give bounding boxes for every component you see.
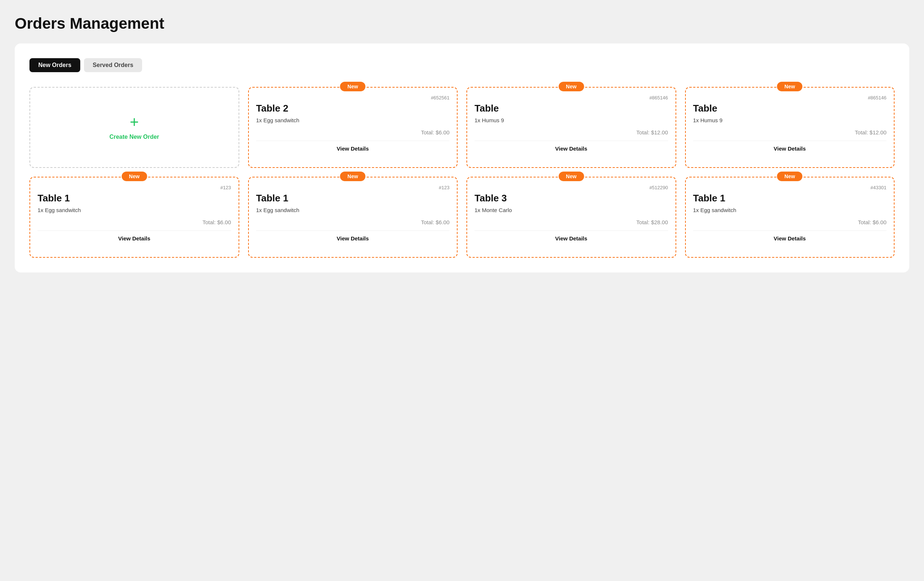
new-badge: New bbox=[122, 172, 147, 181]
view-details-button[interactable]: View Details bbox=[256, 141, 450, 152]
order-total: Total: $6.00 bbox=[693, 219, 887, 225]
order-total: Total: $12.00 bbox=[475, 129, 668, 135]
order-item: 1x Egg sandwitch bbox=[693, 207, 887, 213]
new-badge: New bbox=[558, 172, 584, 181]
order-card-order-652561: New #652561 Table 2 1x Egg sandwitch Tot… bbox=[248, 87, 458, 168]
order-card-order-865146-a: New #865146 Table 1x Humus 9 Total: $12.… bbox=[467, 87, 676, 168]
order-id: #652561 bbox=[256, 95, 450, 101]
view-details-button[interactable]: View Details bbox=[693, 231, 887, 241]
create-new-order-label: Create New Order bbox=[109, 134, 159, 140]
order-card-order-865146-b: New #865146 Table 1x Humus 9 Total: $12.… bbox=[685, 87, 895, 168]
order-id: #512290 bbox=[475, 185, 668, 190]
order-table: Table 1 bbox=[256, 193, 450, 204]
order-item: 1x Humus 9 bbox=[475, 117, 668, 123]
order-card-order-43301: New #43301 Table 1 1x Egg sandwitch Tota… bbox=[685, 177, 895, 258]
order-table: Table 3 bbox=[475, 193, 668, 204]
order-table: Table 2 bbox=[256, 103, 450, 114]
order-total: Total: $6.00 bbox=[38, 219, 231, 225]
order-table: Table bbox=[693, 103, 887, 114]
tabs-container: New Orders Served Orders bbox=[30, 58, 894, 72]
order-item: 1x Monte Carlo bbox=[475, 207, 668, 213]
order-total: Total: $6.00 bbox=[256, 129, 450, 135]
order-item: 1x Egg sandwitch bbox=[256, 207, 450, 213]
view-details-button[interactable]: View Details bbox=[256, 231, 450, 241]
order-card-order-123-a: New #123 Table 1 1x Egg sandwitch Total:… bbox=[30, 177, 239, 258]
order-item: 1x Egg sandwitch bbox=[38, 207, 231, 213]
view-details-button[interactable]: View Details bbox=[693, 141, 887, 152]
order-id: #865146 bbox=[693, 95, 887, 101]
orders-grid: + Create New Order New #652561 Table 2 1… bbox=[30, 87, 894, 258]
order-card-order-512290: New #512290 Table 3 1x Monte Carlo Total… bbox=[467, 177, 676, 258]
main-panel: New Orders Served Orders + Create New Or… bbox=[15, 43, 909, 272]
new-badge: New bbox=[558, 82, 584, 91]
new-badge: New bbox=[340, 82, 366, 91]
order-table: Table 1 bbox=[38, 193, 231, 204]
order-card-order-123-b: New #123 Table 1 1x Egg sandwitch Total:… bbox=[248, 177, 458, 258]
order-id: #123 bbox=[38, 185, 231, 190]
order-total: Total: $12.00 bbox=[693, 129, 887, 135]
tab-served-orders[interactable]: Served Orders bbox=[84, 58, 142, 72]
new-badge: New bbox=[777, 82, 802, 91]
order-table: Table bbox=[475, 103, 668, 114]
view-details-button[interactable]: View Details bbox=[475, 141, 668, 152]
plus-icon: + bbox=[130, 114, 139, 130]
order-total: Total: $28.00 bbox=[475, 219, 668, 225]
order-total: Total: $6.00 bbox=[256, 219, 450, 225]
order-id: #123 bbox=[256, 185, 450, 190]
order-item: 1x Humus 9 bbox=[693, 117, 887, 123]
order-id: #43301 bbox=[693, 185, 887, 190]
view-details-button[interactable]: View Details bbox=[475, 231, 668, 241]
page-title: Orders Management bbox=[15, 15, 909, 32]
create-new-order-card[interactable]: + Create New Order bbox=[30, 87, 239, 168]
view-details-button[interactable]: View Details bbox=[38, 231, 231, 241]
new-badge: New bbox=[340, 172, 366, 181]
order-table: Table 1 bbox=[693, 193, 887, 204]
order-item: 1x Egg sandwitch bbox=[256, 117, 450, 123]
tab-new-orders[interactable]: New Orders bbox=[30, 58, 80, 72]
order-id: #865146 bbox=[475, 95, 668, 101]
new-badge: New bbox=[777, 172, 802, 181]
